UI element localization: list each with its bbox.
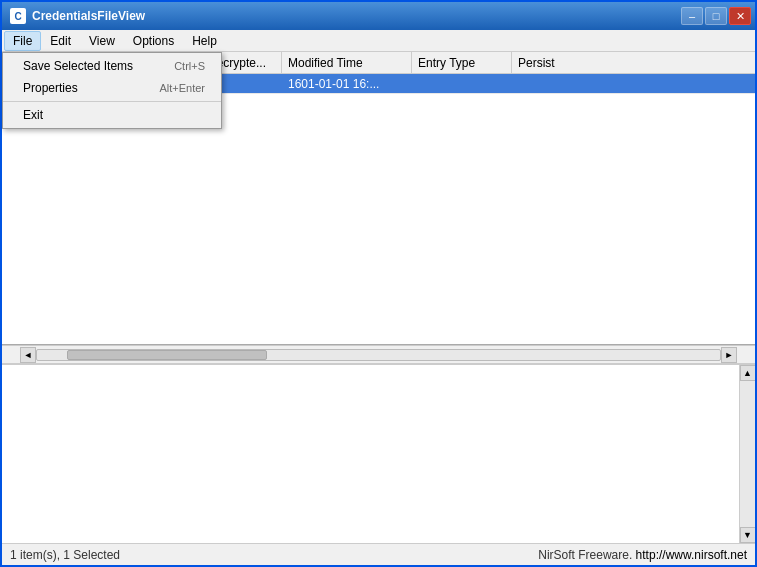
cell-modified: 1601-01-01 16:... — [282, 76, 412, 92]
file-dropdown: Save Selected Items Ctrl+S Properties Al… — [2, 52, 222, 129]
main-window: C CredentialsFileView – □ ✕ File Edit Vi… — [0, 0, 757, 567]
minimize-button[interactable]: – — [681, 7, 703, 25]
cell-entrytype — [412, 83, 512, 85]
h-scrollbar-thumb[interactable] — [67, 350, 267, 360]
status-text: 1 item(s), 1 Selected — [10, 548, 120, 562]
menu-file[interactable]: File — [4, 31, 41, 51]
h-scrollbar-track[interactable] — [36, 349, 721, 361]
menu-separator — [3, 101, 221, 102]
app-icon: C — [10, 8, 26, 24]
nirsoft-label: NirSoft Freeware. — [538, 548, 632, 562]
menu-help[interactable]: Help — [183, 31, 226, 51]
window-title: CredentialsFileView — [32, 9, 145, 23]
title-bar-buttons: – □ ✕ — [681, 7, 751, 25]
status-right: NirSoft Freeware. http://www.nirsoft.net — [538, 548, 747, 562]
scroll-down-button[interactable]: ▼ — [740, 527, 756, 543]
scroll-left-button[interactable]: ◄ — [20, 347, 36, 363]
menu-save-selected[interactable]: Save Selected Items Ctrl+S — [3, 55, 221, 77]
close-button[interactable]: ✕ — [729, 7, 751, 25]
details-panel: ▲ ▼ — [2, 363, 755, 543]
menu-bar: File Edit View Options Help Save Selecte… — [2, 30, 755, 52]
scroll-right-button[interactable]: ► — [721, 347, 737, 363]
col-header-modified[interactable]: Modified Time — [282, 52, 412, 73]
vertical-scrollbar: ▲ ▼ — [739, 365, 755, 543]
status-bar: 1 item(s), 1 Selected NirSoft Freeware. … — [2, 543, 755, 565]
horizontal-scrollbar: ◄ ► — [2, 345, 755, 363]
menu-edit[interactable]: Edit — [41, 31, 80, 51]
menu-properties[interactable]: Properties Alt+Enter — [3, 77, 221, 99]
v-scrollbar-track[interactable] — [740, 381, 755, 527]
title-bar-left: C CredentialsFileView — [10, 8, 145, 24]
title-bar: C CredentialsFileView – □ ✕ — [2, 2, 755, 30]
col-header-entrytype[interactable]: Entry Type — [412, 52, 512, 73]
menu-view[interactable]: View — [80, 31, 124, 51]
menu-exit[interactable]: Exit — [3, 104, 221, 126]
nirsoft-link[interactable]: http://www.nirsoft.net — [636, 548, 747, 562]
maximize-button[interactable]: □ — [705, 7, 727, 25]
cell-persist — [512, 83, 755, 85]
col-header-persist[interactable]: Persist — [512, 52, 755, 73]
scroll-up-button[interactable]: ▲ — [740, 365, 756, 381]
menu-options[interactable]: Options — [124, 31, 183, 51]
